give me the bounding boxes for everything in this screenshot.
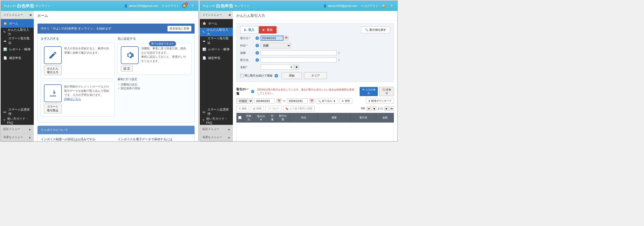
copy-button[interactable]: 📄コピー <box>265 106 282 111</box>
sidebar-advanced-menu[interactable]: 高度なメニュー ▲ <box>200 133 233 141</box>
notification-bell[interactable]: 🔔 <box>381 3 386 9</box>
filter-button[interactable]: 🔍 絞り込み ▼ <box>316 98 338 104</box>
settings-button[interactable]: 設 定 <box>121 66 133 71</box>
chevron-up-icon: ▲ <box>228 128 230 131</box>
help-subject-icon[interactable]: ? <box>255 44 259 47</box>
help-partner-icon[interactable]: ? <box>255 58 259 62</box>
date-mode-select[interactable]: 日指定 <box>236 98 253 104</box>
notification-bell[interactable]: 🔔 <box>182 3 187 9</box>
home-icon: 🏠 <box>202 22 206 25</box>
dropdown-icon[interactable]: ⬇ <box>338 51 340 55</box>
sidebar-item-reports[interactable]: 📊 レポート・帳簿 <box>200 45 233 54</box>
date-to-input[interactable] <box>287 98 308 103</box>
update-button[interactable]: ↻ 更新 <box>340 98 352 104</box>
help-button[interactable]: ? <box>389 3 394 9</box>
hide-button[interactable]: 🚫 非表示 <box>379 87 394 96</box>
date-input[interactable] <box>261 36 283 41</box>
chevron-up-icon: ▲ <box>228 136 230 139</box>
pager-first[interactable]: ⏮ <box>367 106 371 111</box>
search-icon: 🔍 <box>318 100 321 102</box>
switch-view-button[interactable]: 収支状況に切替 <box>167 26 191 32</box>
search-examples-button[interactable]: 🔍 取引例を探す <box>361 26 390 33</box>
calendar-icon[interactable]: 📅 <box>284 36 288 40</box>
document-icon: 📄 <box>3 56 7 60</box>
edit-button[interactable]: ✎編集 <box>236 106 249 111</box>
delete-button[interactable]: 🗑削除 <box>251 106 264 111</box>
calendar-icon[interactable]: 📅 <box>277 99 281 103</box>
logout-button[interactable]: ↪ ログアウト <box>361 4 378 8</box>
help-summary-icon[interactable]: ? <box>255 51 259 55</box>
sidebar-item-tax-return[interactable]: 📄 確定申告 <box>200 54 233 62</box>
help-continue-icon[interactable]: ? <box>275 74 278 78</box>
pager[interactable]: ⏮ ◀ 1 / 1 ▶ ⏭ <box>367 106 394 111</box>
tab-income[interactable]: ¥↓ 収入 <box>240 26 258 34</box>
app-window-home: やよいの 白色申告 オンライン 👤 akirao1954@gmail.com ↪… <box>1 1 199 142</box>
favorite-button[interactable]: 🔖よく使う取引に登録 <box>283 106 315 111</box>
app-title-main: 白色申告 <box>17 3 34 9</box>
download-button[interactable]: ⬇ 帳簿ダウンロード <box>366 98 394 104</box>
sidebar-item-smart-import[interactable]: ☁ スマート取引取込 <box>200 36 233 45</box>
calculator-icon[interactable]: 🖩 <box>294 65 299 69</box>
help-list-icon[interactable]: ? <box>251 90 254 93</box>
entry-form: ¥↓ 収入 ¥↑ 支出 🔍 取引例を探す 取引日* ? <box>236 23 394 82</box>
app-title-prefix: やよいの <box>203 4 215 8</box>
sidebar-item-evidence[interactable]: 🗂 スマート証憑管理 <box>200 108 233 116</box>
sidebar-item-tax-return[interactable]: 📄 確定申告 <box>1 54 34 62</box>
help-button[interactable]: ? <box>190 3 195 9</box>
logout-icon: ↪ <box>361 4 363 8</box>
select-all-checkbox[interactable] <box>238 116 241 119</box>
amount-input[interactable] <box>261 65 294 70</box>
folder-icon: 🗂 <box>3 110 6 114</box>
sidebar-main-menu-header[interactable]: メインメニュー ◀ <box>1 11 34 19</box>
continue-checkbox[interactable] <box>240 74 244 77</box>
user-menu[interactable]: 👤 akirao1954@gmail.com <box>323 4 357 8</box>
partner-input[interactable] <box>261 57 337 63</box>
eye-off-icon: 🚫 <box>382 88 385 91</box>
sidebar-settings-menu[interactable]: 設定メニュー ▲ <box>200 125 233 133</box>
help-icon: ? <box>192 4 194 8</box>
register-button[interactable]: 登録 <box>282 72 302 79</box>
expense-icon: ¥↑ <box>263 28 266 32</box>
sidebar-item-reports[interactable]: 📊 レポート・帳簿 <box>1 45 34 54</box>
initial-settings-label: 最初に行う設定 <box>118 77 191 81</box>
pager-prev[interactable]: ◀ <box>372 106 376 111</box>
sidebar-item-guide-faq[interactable]: ? 使い方ガイド・FAQ <box>200 116 233 125</box>
logout-button[interactable]: ↪ ログアウト <box>162 4 179 8</box>
refresh-icon: ↻ <box>342 100 344 102</box>
user-menu[interactable]: 👤 akirao1954@gmail.com <box>124 4 158 8</box>
summary-input[interactable] <box>261 50 337 55</box>
clear-button[interactable]: クリア <box>304 72 327 79</box>
settings-desc: 消費税、事業に使う預金口座、残高などを設定できます。 事前に設定しておくと、管理… <box>141 46 188 63</box>
card-header-title: 今すぐ「やよいの白色申告 オンライン」を始めます <box>41 26 111 31</box>
import-icon: ☁ <box>202 39 205 42</box>
help-date-icon[interactable]: ? <box>255 36 259 40</box>
pager-next[interactable]: ▶ <box>384 106 389 111</box>
show-input-button[interactable]: 👁 入力の表示 <box>360 87 378 96</box>
sidebar-item-evidence[interactable]: 🗂 スマート証憑管理 <box>1 108 34 116</box>
sidebar-advanced-menu[interactable]: 高度なメニュー ▲ <box>1 133 34 141</box>
record-count: 0件 <box>361 107 365 110</box>
continue-checkbox-label[interactable]: 同じ取引を続けて登録 <box>240 74 272 78</box>
sidebar-item-guide-faq[interactable]: ? 使い方ガイド・FAQ <box>1 116 34 125</box>
easy-entry-button[interactable]: かんたん取引入力 <box>44 66 62 75</box>
sidebar-settings-menu[interactable]: 設定メニュー ▲ <box>1 125 34 133</box>
pager-last[interactable]: ⏭ <box>389 106 394 111</box>
left-sidebar: メインメニュー ◀ 🏠 ホーム ✎ かんたん取引入力 ☁ スマート取引取込 📊 … <box>1 11 34 141</box>
income-icon: ¥↓ <box>244 28 247 32</box>
date-from-input[interactable] <box>254 98 275 103</box>
sidebar-item-easy-entry[interactable]: ✎ かんたん取引入力 <box>1 28 34 36</box>
table-row <box>237 123 394 142</box>
subject-select[interactable]: 雑費 <box>261 43 291 48</box>
question-icon: ? <box>202 119 204 122</box>
sidebar-item-home[interactable]: 🏠 ホーム <box>1 19 34 28</box>
sidebar-item-home[interactable]: 🏠 ホーム <box>200 19 233 28</box>
tab-expense[interactable]: ¥↑ 支出 <box>259 26 277 34</box>
smart-import-detail-link[interactable]: 詳細はこちら <box>64 97 81 100</box>
calendar-icon[interactable]: 📅 <box>310 99 314 103</box>
dropdown-icon[interactable]: ⬇ <box>338 58 340 62</box>
sidebar-main-menu-header[interactable]: メインメニュー ◀ <box>200 11 233 19</box>
sidebar-item-easy-entry[interactable]: ✎ かんたん取引入力 <box>200 28 233 36</box>
smart-import-button[interactable]: スマート取引取込 <box>44 104 62 113</box>
sidebar-item-smart-import[interactable]: ☁ スマート取引取込 <box>1 36 34 45</box>
smart-import-desc: 銀行明細やクレジットカードなどの取引データを自動で取り込んで登録でき、入力の手間… <box>64 84 111 97</box>
